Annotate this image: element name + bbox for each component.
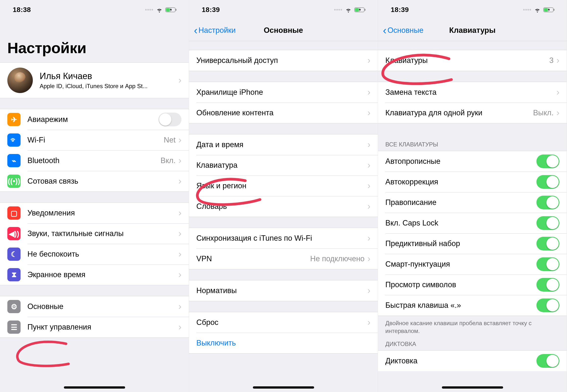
row-label: Сброс	[196, 318, 367, 327]
annotation-mark	[5, 339, 88, 369]
cellular-icon: ((•))	[7, 175, 21, 188]
settings-row-bluetooth[interactable]: ⌁BluetoothВкл.›	[0, 150, 189, 171]
keyboard-row[interactable]: Клавиатура для одной рукиВыкл.›	[378, 103, 567, 123]
profile-name: Илья Кичаев	[40, 71, 179, 81]
settings-row-cellular[interactable]: ((•))Сотовая связь›	[0, 171, 189, 192]
general-row[interactable]: Хранилище iPhone›	[189, 82, 378, 103]
profile-row[interactable]: Илья Кичаев Apple ID, iCloud, iTunes Sto…	[0, 63, 189, 98]
status-time: 18:39	[202, 6, 220, 14]
row-value: Net	[164, 136, 176, 144]
chevron-right-icon: ›	[367, 233, 370, 243]
row-label: Просмотр символов	[385, 280, 536, 289]
general-row[interactable]: VPNНе подключено›	[189, 249, 378, 269]
row-label: Клавиатура для одной руки	[385, 109, 533, 117]
chevron-right-icon: ›	[179, 301, 181, 312]
keyboards-options-group: Замена текста›Клавиатура для одной рукиВ…	[378, 82, 567, 123]
settings-row-bell[interactable]: ▢Уведомления›	[0, 203, 189, 223]
toggle-switch[interactable]	[536, 278, 559, 292]
row-label: Не беспокоить	[28, 250, 179, 259]
status-bar: 18:38 ••••	[0, 0, 189, 20]
profile-sub: Apple ID, iCloud, iTunes Store и App St.…	[40, 83, 179, 90]
row-label: Смарт-пунктуация	[385, 260, 536, 269]
toggle-switch[interactable]	[536, 298, 559, 312]
row-label: Диктовка	[385, 356, 536, 365]
toggle-switch[interactable]	[536, 175, 559, 189]
toggle-switch[interactable]	[536, 237, 559, 251]
settings-row-sliders[interactable]: ☰Пункт управления›	[0, 317, 189, 337]
general-row[interactable]: Дата и время›	[189, 134, 378, 155]
keyboard-toggles-group: АвтопрописныеАвтокоррекцияПравописаниеВк…	[378, 151, 567, 316]
row-label: Автопрописные	[385, 157, 536, 166]
general-group-1: Хранилище iPhone›Обновление контента›	[189, 82, 378, 123]
toggle-row: Автокоррекция	[378, 172, 567, 192]
row-label: Синхронизация с iTunes по Wi-Fi	[196, 234, 367, 243]
chevron-right-icon: ›	[179, 270, 181, 280]
settings-row-hourglass[interactable]: ⧗Экранное время›	[0, 265, 189, 285]
toggle-switch[interactable]	[536, 216, 559, 230]
wifi-icon	[534, 6, 541, 13]
general-row[interactable]: Словарь›	[189, 196, 378, 217]
row-label: Нормативы	[196, 286, 367, 295]
chevron-right-icon: ›	[367, 140, 370, 150]
general-row[interactable]: Сброс›	[189, 312, 378, 333]
screen-general: 18:39 •••• ‹ Настройки Основные Универса…	[189, 0, 378, 392]
toggle-switch[interactable]	[536, 354, 559, 368]
settings-row-airplane[interactable]: ✈Авиарежим	[0, 109, 189, 130]
settings-row-moon[interactable]: ☾Не беспокоить›	[0, 244, 189, 265]
general-group: ⚙Основные›☰Пункт управления›	[0, 296, 189, 338]
back-button[interactable]: ‹ Основные	[383, 24, 424, 37]
chevron-right-icon: ›	[367, 285, 370, 296]
moon-icon: ☾	[7, 248, 21, 261]
row-label: Хранилище iPhone	[196, 88, 367, 97]
general-group-0: Универсальный доступ›	[189, 50, 378, 71]
toggle-row: Предиктивный набор	[378, 233, 567, 254]
keyboard-row[interactable]: Клавиатуры3›	[378, 50, 567, 71]
general-row[interactable]: Выключить	[189, 333, 378, 353]
toggle-row: Смарт-пунктуация	[378, 254, 567, 274]
general-row[interactable]: Клавиатура›	[189, 155, 378, 176]
settings-row-gear[interactable]: ⚙Основные›	[0, 296, 189, 317]
toggle-switch[interactable]	[536, 196, 559, 209]
wifi-icon	[345, 6, 352, 13]
settings-row-sound[interactable]: ◀))Звуки, тактильные сигналы›	[0, 223, 189, 244]
chevron-right-icon: ›	[367, 108, 370, 118]
row-label: VPN	[196, 254, 310, 263]
general-row[interactable]: Язык и регион›	[189, 176, 378, 196]
settings-row-wifi[interactable]: ᯤWi-FiNet›	[0, 130, 189, 150]
section-header-dictation: ДИКТОВКА	[378, 338, 567, 350]
general-row[interactable]: Универсальный доступ›	[189, 50, 378, 71]
battery-icon	[543, 7, 555, 13]
svg-rect-4	[364, 9, 365, 11]
row-label: Выключить	[196, 339, 370, 348]
row-value: Вкл.	[161, 156, 176, 165]
row-label: Уведомления	[28, 209, 179, 217]
toggle-row: Быстрая клавиша «.»	[378, 295, 567, 316]
row-label: Быстрая клавиша «.»	[385, 301, 536, 310]
keyboard-row[interactable]: Замена текста›	[378, 82, 567, 103]
chevron-right-icon: ›	[367, 160, 370, 170]
general-row[interactable]: Нормативы›	[189, 280, 378, 301]
row-label: Язык и регион	[196, 182, 367, 190]
chevron-left-icon: ‹	[194, 24, 198, 37]
general-group-4: Нормативы›	[189, 280, 378, 301]
chevron-right-icon: ›	[179, 208, 181, 218]
signal-dots-icon: ••••	[145, 7, 153, 13]
nav-bar: ‹ Настройки Основные	[189, 20, 378, 41]
row-label: Обновление контента	[196, 109, 367, 117]
general-group-2: Дата и время›Клавиатура›Язык и регион›Сл…	[189, 134, 378, 217]
status-time: 18:38	[13, 6, 31, 14]
row-label: Авиарежим	[28, 115, 158, 124]
airplane-icon: ✈	[7, 113, 21, 126]
status-icons: ••••	[523, 6, 555, 13]
chevron-right-icon: ›	[367, 201, 370, 211]
back-button[interactable]: ‹ Настройки	[194, 24, 236, 37]
toggle-switch[interactable]	[536, 257, 559, 271]
toggle-switch[interactable]	[536, 154, 559, 168]
general-row[interactable]: Обновление контента›	[189, 103, 378, 123]
row-value: Выкл.	[533, 109, 553, 117]
section-header-all-keyboards: ВСЕ КЛАВИАТУРЫ	[378, 134, 567, 151]
section-footer: Двойное касание клавиши пробела вставляе…	[378, 316, 567, 338]
toggle-switch[interactable]	[158, 113, 181, 126]
general-row[interactable]: Синхронизация с iTunes по Wi-Fi›	[189, 228, 378, 249]
notifications-group: ▢Уведомления›◀))Звуки, тактильные сигнал…	[0, 202, 189, 285]
